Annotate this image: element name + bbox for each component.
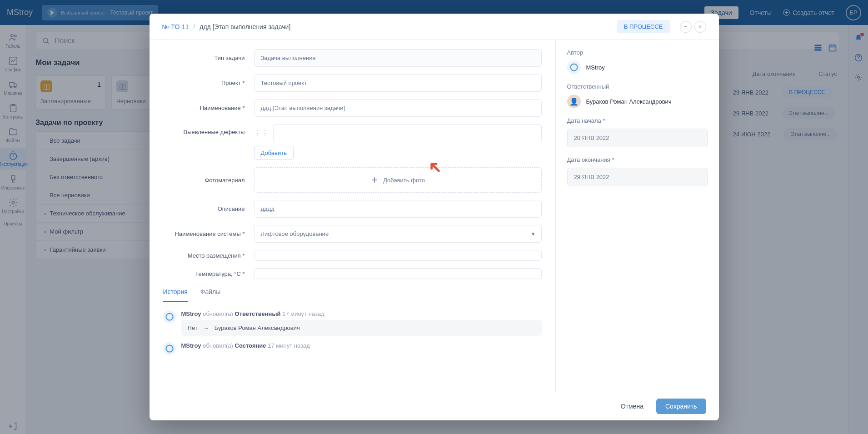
breadcrumb: №-TO-11 / ддд [Этап выполнения задачи] xyxy=(162,23,291,30)
task-type-field: Задача выполнения xyxy=(254,49,542,67)
author-row: MStroy xyxy=(567,60,708,74)
avatar-icon xyxy=(567,60,581,74)
avatar-icon xyxy=(163,342,176,355)
end-date-field[interactable]: 29 ЯНВ 2022 xyxy=(567,168,708,186)
project-field[interactable]: Тестовый проект xyxy=(254,74,542,92)
name-field[interactable]: ддд [Этап выполнения задачи] xyxy=(254,99,542,117)
avatar-icon xyxy=(163,310,176,323)
svg-point-16 xyxy=(166,314,173,320)
minimize-button[interactable]: − xyxy=(680,21,692,33)
close-button[interactable]: × xyxy=(694,21,706,33)
responsible-row[interactable]: 👤Бураков Роман Александрович xyxy=(567,95,708,108)
add-defect-button[interactable]: Добавить xyxy=(254,146,294,160)
chevron-down-icon: ▾ xyxy=(532,230,535,237)
svg-point-17 xyxy=(166,345,173,352)
history-item: MStroy обновил(а) Состояние 17 минут наз… xyxy=(163,342,542,355)
plus-icon xyxy=(370,176,379,184)
avatar-icon: 👤 xyxy=(567,95,581,108)
system-select[interactable]: Лифтовое оборудование▾ xyxy=(254,225,542,243)
defect-field[interactable] xyxy=(273,124,542,142)
arrow-right-icon: → xyxy=(203,324,209,331)
start-date-field[interactable]: 20 ЯНВ 2022 xyxy=(567,129,708,147)
description-field[interactable]: дддд xyxy=(254,200,542,218)
add-photo-button[interactable]: Добавить фото ➜ xyxy=(254,167,542,193)
tab-history[interactable]: История xyxy=(163,288,188,302)
drag-icon[interactable]: ⋮⋮ xyxy=(254,129,269,138)
task-modal: №-TO-11 / ддд [Этап выполнения задачи] В… xyxy=(150,14,719,420)
save-button[interactable]: Сохранить xyxy=(656,399,706,414)
status-badge: В ПРОЦЕССЕ xyxy=(617,20,670,33)
tab-files[interactable]: Файлы xyxy=(200,288,220,302)
cancel-button[interactable]: Отмена xyxy=(613,399,652,414)
history-item: MStroy обновил(а) Ответственный 17 минут… xyxy=(163,310,542,336)
task-number-link[interactable]: №-TO-11 xyxy=(162,23,189,30)
modal-overlay: №-TO-11 / ддд [Этап выполнения задачи] В… xyxy=(0,0,868,434)
svg-point-18 xyxy=(570,64,577,71)
place-field[interactable] xyxy=(254,250,542,261)
temp-field[interactable] xyxy=(254,268,542,279)
